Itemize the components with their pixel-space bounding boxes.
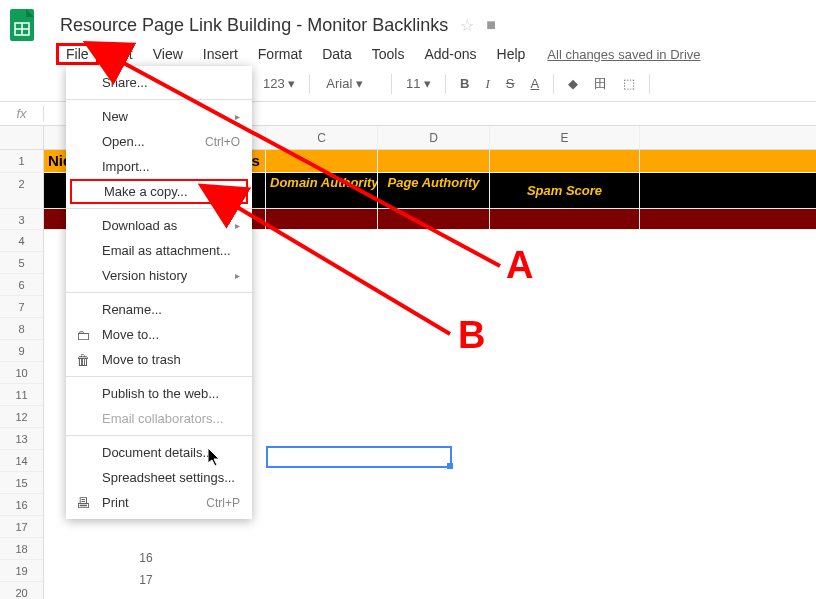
menu-data[interactable]: Data: [312, 44, 362, 64]
menu-separator: [66, 376, 252, 377]
menu-print[interactable]: 🖶PrintCtrl+P: [66, 490, 252, 515]
row-header-4[interactable]: 4: [0, 230, 43, 252]
cell-d2[interactable]: Page Authority: [378, 173, 490, 208]
row-header-11[interactable]: 11: [0, 384, 43, 406]
text-color-button[interactable]: A: [524, 72, 545, 95]
menu-email-collaborators: Email collaborators...: [66, 406, 252, 431]
menu-document-details[interactable]: Document details...: [66, 440, 252, 465]
menu-file[interactable]: File: [56, 43, 99, 65]
fill-color-button[interactable]: ◆: [562, 72, 584, 95]
italic-button[interactable]: I: [479, 72, 495, 96]
cell-e2[interactable]: Spam Score: [490, 173, 640, 208]
shortcut-label: Ctrl+P: [206, 496, 240, 510]
row-header-12[interactable]: 12: [0, 406, 43, 428]
cell[interactable]: [378, 209, 490, 229]
font-size-select[interactable]: 11 ▾: [400, 72, 437, 95]
menu-share[interactable]: Share...: [66, 70, 252, 95]
sheets-app-icon[interactable]: [8, 7, 36, 43]
submenu-arrow-icon: ▸: [235, 270, 240, 281]
mouse-cursor-icon: [208, 448, 224, 472]
menu-separator: [66, 208, 252, 209]
row-header-15[interactable]: 15: [0, 472, 43, 494]
menu-rename[interactable]: Rename...: [66, 297, 252, 322]
row-header-3[interactable]: 3: [0, 209, 43, 230]
menu-download-as[interactable]: Download as▸: [66, 213, 252, 238]
separator: [309, 74, 310, 94]
annotation-label-a: A: [506, 244, 533, 287]
star-icon[interactable]: ☆: [460, 16, 474, 35]
merge-button[interactable]: ⬚: [617, 72, 641, 95]
trash-icon: 🗑: [76, 352, 90, 368]
menu-tools[interactable]: Tools: [362, 44, 415, 64]
row-header-13[interactable]: 13: [0, 428, 43, 450]
menu-help[interactable]: Help: [487, 44, 536, 64]
col-header-c[interactable]: C: [266, 126, 378, 149]
col-header-d[interactable]: D: [378, 126, 490, 149]
row-header-17[interactable]: 17: [0, 516, 43, 538]
menu-bar: File Edit View Insert Format Data Tools …: [0, 42, 816, 66]
cell[interactable]: [378, 150, 490, 172]
document-title[interactable]: Resource Page Link Building - Monitor Ba…: [60, 15, 448, 36]
row-header-2[interactable]: 2: [0, 173, 43, 209]
borders-button[interactable]: 田: [588, 71, 613, 97]
menu-move-trash[interactable]: 🗑Move to trash: [66, 347, 252, 372]
cell[interactable]: [490, 209, 640, 229]
menu-view[interactable]: View: [143, 44, 193, 64]
menu-import[interactable]: Import...: [66, 154, 252, 179]
row-header-14[interactable]: 14: [0, 450, 43, 472]
menu-new[interactable]: New▸: [66, 104, 252, 129]
menu-email-attachment[interactable]: Email as attachment...: [66, 238, 252, 263]
row-header-20[interactable]: 20: [0, 582, 43, 599]
menu-open[interactable]: Open...Ctrl+O: [66, 129, 252, 154]
menu-publish-web[interactable]: Publish to the web...: [66, 381, 252, 406]
menu-separator: [66, 435, 252, 436]
save-status-link[interactable]: All changes saved in Drive: [547, 47, 700, 62]
bold-button[interactable]: B: [454, 72, 475, 95]
cell[interactable]: [266, 209, 378, 229]
submenu-arrow-icon: ▸: [235, 111, 240, 122]
number-format-button[interactable]: 123 ▾: [257, 72, 301, 95]
menu-version-history[interactable]: Version history▸: [66, 263, 252, 288]
submenu-arrow-icon: ▸: [235, 220, 240, 231]
separator: [649, 74, 650, 94]
row-header-9[interactable]: 9: [0, 340, 43, 362]
cell[interactable]: [490, 150, 640, 172]
row-header-1[interactable]: 1: [0, 150, 43, 173]
cell[interactable]: [266, 150, 378, 172]
select-all-corner[interactable]: [0, 126, 43, 150]
cell-c2[interactable]: Domain Authority: [266, 173, 378, 208]
menu-edit[interactable]: Edit: [99, 44, 143, 64]
print-icon: 🖶: [76, 495, 90, 511]
menu-separator: [66, 99, 252, 100]
col-header-e[interactable]: E: [490, 126, 640, 149]
row-header-5[interactable]: 5: [0, 252, 43, 274]
annotation-label-b: B: [458, 314, 485, 357]
row-headers: 1 2 3 4 5 6 7 8 9 10 11 12 13 14 15 16 1…: [0, 126, 44, 599]
file-dropdown-menu: Share... New▸ Open...Ctrl+O Import... Ma…: [66, 66, 252, 519]
row-value-17: 17: [126, 573, 166, 587]
row-header-7[interactable]: 7: [0, 296, 43, 318]
menu-addons[interactable]: Add-ons: [414, 44, 486, 64]
folder-icon: 🗀: [76, 327, 90, 343]
menu-spreadsheet-settings[interactable]: Spreadsheet settings...: [66, 465, 252, 490]
row-header-18[interactable]: 18: [0, 538, 43, 560]
row-header-6[interactable]: 6: [0, 274, 43, 296]
row-value-16: 16: [126, 551, 166, 565]
separator: [391, 74, 392, 94]
menu-move-to[interactable]: 🗀Move to...: [66, 322, 252, 347]
menu-format[interactable]: Format: [248, 44, 312, 64]
menu-insert[interactable]: Insert: [193, 44, 248, 64]
row-header-8[interactable]: 8: [0, 318, 43, 340]
font-select[interactable]: Arial ▾: [318, 74, 383, 93]
row-header-16[interactable]: 16: [0, 494, 43, 516]
strike-button[interactable]: S: [500, 72, 521, 95]
menu-make-copy[interactable]: Make a copy...: [70, 179, 248, 204]
row-header-10[interactable]: 10: [0, 362, 43, 384]
shortcut-label: Ctrl+O: [205, 135, 240, 149]
separator: [553, 74, 554, 94]
separator: [445, 74, 446, 94]
fx-label: fx: [0, 106, 44, 121]
row-header-19[interactable]: 19: [0, 560, 43, 582]
menu-separator: [66, 292, 252, 293]
folder-icon[interactable]: ■: [486, 16, 496, 34]
